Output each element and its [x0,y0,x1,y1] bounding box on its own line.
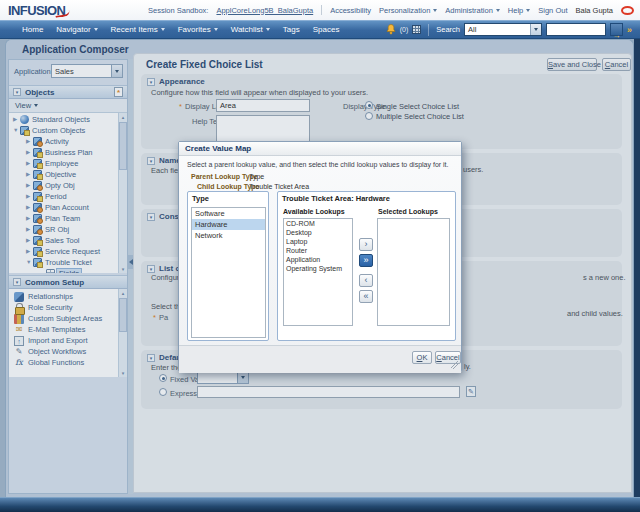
screen: INFUSION Session Sandbox: ApplCoreLong5B… [0,0,640,512]
menu-spaces[interactable]: Spaces [313,25,340,34]
window-right-edge [634,39,640,512]
type-option-network[interactable]: Network [192,230,265,241]
menu-favorites[interactable]: Favorites [178,25,218,34]
apps-grid-icon[interactable] [412,25,421,34]
main-navbar: HomeNavigatorRecent ItemsFavoritesWatchl… [0,20,640,39]
parent-lookup-type-label: Parent Lookup Type [191,173,258,180]
remove-selected-icon[interactable] [359,274,373,287]
user-name: Bala Gupta [575,6,613,15]
selected-lookups-list[interactable] [377,218,450,326]
logo-swoosh-icon [55,10,71,18]
type-option-hardware[interactable]: Hardware [192,219,265,230]
menu-home[interactable]: Home [22,25,43,34]
available-lookup-cd-rom[interactable]: CD-ROM [284,219,352,228]
available-lookups-label: Available Lookups [283,208,345,215]
move-all-icon[interactable] [359,254,373,267]
menu-recent-items[interactable]: Recent Items [111,25,165,34]
oracle-logo-icon [621,6,634,15]
menu-personalization[interactable]: Personalization [379,6,437,15]
navbar-tools: (0) Search All [386,21,632,38]
chevron-down-icon [266,28,270,31]
parent-lookup-type-value: Type [249,173,264,180]
available-lookups-list: CD-ROMDesktopLaptopRouterApplicationOper… [283,218,353,326]
lookup-panel-header: Trouble Ticket Area: Hardware [282,194,390,203]
available-lookup-desktop[interactable]: Desktop [284,228,352,237]
link-accessibility[interactable]: Accessibility [330,6,371,15]
chevron-down-icon [94,28,98,31]
search-input[interactable] [546,23,606,36]
footer-band [0,497,640,512]
search-label: Search [436,25,460,34]
type-panel: Type SoftwareHardwareNetwork [187,191,269,341]
global-links: Session Sandbox: ApplCoreLong5B_BalaGupt… [148,0,634,20]
divider [428,24,429,36]
chevron-down-icon[interactable] [530,24,541,35]
chevron-down-icon [161,28,165,31]
move-selected-icon[interactable] [359,238,373,251]
menu-administration[interactable]: Administration [445,6,500,15]
available-lookup-operating-system[interactable]: Operating System [284,264,352,273]
lookup-panel: Trouble Ticket Area: Hardware Available … [277,191,456,341]
menu-watchlist[interactable]: Watchlist [231,25,270,34]
create-value-map-dialog: Create Value Map Select a parent lookup … [178,141,462,372]
global-header: INFUSION Session Sandbox: ApplCoreLong5B… [0,0,640,20]
resize-grip[interactable] [451,361,459,369]
chevron-down-icon [214,28,218,31]
search-go-button[interactable] [610,23,623,36]
session-sandbox-link[interactable]: ApplCoreLong5B_BalaGupta [216,6,313,15]
ok-button[interactable]: OK [412,351,432,364]
available-lookup-laptop[interactable]: Laptop [284,237,352,246]
search-scope-select[interactable]: All [464,23,542,36]
dialog-title: Create Value Map [185,142,251,156]
notifications-bell-icon[interactable] [386,24,396,35]
main-menu: HomeNavigatorRecent ItemsFavoritesWatchl… [22,21,339,38]
child-lookup-type-value: Trouble Ticket Area [249,183,309,190]
available-lookup-application[interactable]: Application [284,255,352,264]
type-panel-header: Type [192,194,209,203]
type-list: SoftwareHardwareNetwork [191,207,266,338]
dialog-instruction: Select a parent lookup value, and then s… [187,161,449,168]
menu-tags[interactable]: Tags [283,25,300,34]
selected-lookups-label: Selected Lookups [378,208,438,215]
search-scope-value: All [465,25,530,34]
dialog-titlebar[interactable]: Create Value Map [179,142,461,156]
infusion-logo: INFUSION [8,3,65,18]
advanced-search-icon[interactable] [627,25,632,35]
notification-count: (0) [400,26,409,33]
remove-all-icon[interactable] [359,290,373,303]
type-option-software[interactable]: Software [192,208,265,219]
session-sandbox-label: Session Sandbox: [148,6,208,15]
available-lookup-router[interactable]: Router [284,246,352,255]
link-sign-out[interactable]: Sign Out [538,6,567,15]
menu-help[interactable]: Help [508,6,530,15]
menu-navigator[interactable]: Navigator [56,25,97,34]
divider [321,5,322,15]
